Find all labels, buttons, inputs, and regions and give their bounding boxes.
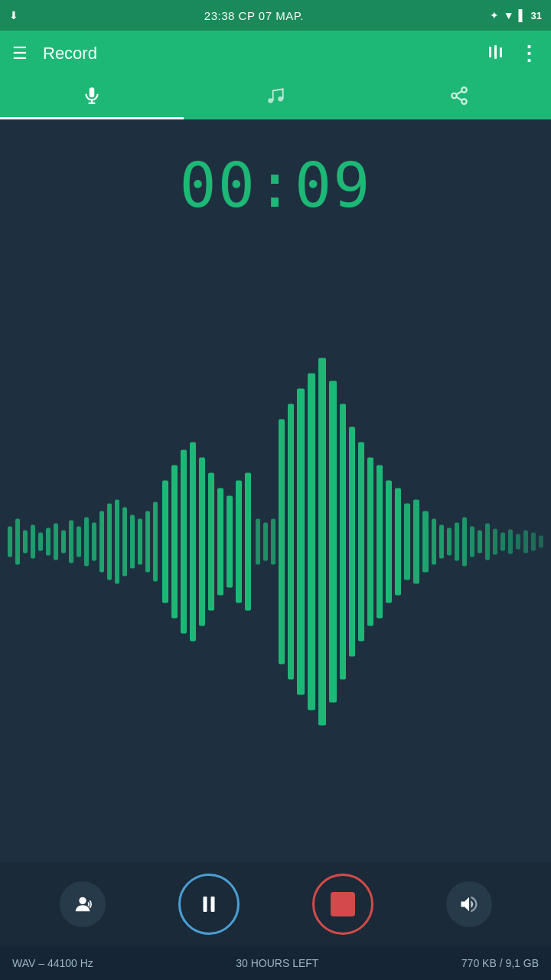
svg-rect-45 [217, 488, 223, 596]
svg-rect-27 [69, 521, 73, 564]
svg-rect-32 [107, 504, 112, 580]
svg-rect-65 [404, 504, 410, 580]
svg-rect-68 [432, 519, 436, 565]
svg-rect-20 [15, 519, 20, 565]
svg-rect-41 [181, 450, 187, 634]
svg-rect-29 [84, 518, 89, 567]
svg-rect-25 [54, 524, 58, 560]
svg-rect-19 [8, 527, 12, 557]
svg-rect-58 [340, 404, 346, 680]
svg-rect-67 [422, 511, 429, 573]
status-bar: ⬇ 23:38 CP 07 MAP. ✦ ▼ ▌ 31 [0, 0, 551, 31]
svg-rect-0 [489, 47, 491, 57]
main-content: 00:09 [0, 119, 551, 862]
app-bar: ☰ Record ⋮ [0, 31, 551, 77]
status-right: ✦ ▼ ▌ 31 [490, 9, 542, 21]
svg-rect-22 [31, 525, 35, 559]
svg-rect-30 [92, 523, 96, 561]
pause-button[interactable] [178, 874, 240, 935]
svg-rect-85 [210, 897, 214, 912]
svg-rect-78 [508, 530, 513, 554]
stop-icon [331, 892, 355, 916]
svg-rect-57 [329, 381, 337, 703]
tab-share[interactable] [367, 77, 551, 119]
svg-rect-42 [190, 443, 196, 642]
svg-line-17 [456, 97, 461, 100]
more-options-button[interactable]: ⋮ [519, 42, 539, 66]
svg-rect-61 [367, 458, 373, 626]
svg-rect-80 [523, 531, 528, 554]
svg-rect-39 [162, 481, 168, 603]
status-time: 23:38 CP 07 MAP. [204, 9, 304, 22]
wifi-icon: ▼ [504, 9, 514, 21]
svg-rect-55 [308, 374, 315, 710]
svg-rect-24 [46, 528, 51, 556]
svg-rect-50 [263, 523, 268, 561]
bluetooth-icon: ✦ [490, 9, 499, 21]
waveform-visualization [0, 221, 551, 862]
svg-rect-56 [318, 358, 326, 726]
svg-rect-40 [171, 466, 178, 619]
svg-rect-9 [90, 87, 95, 97]
svg-rect-31 [99, 511, 104, 573]
svg-rect-71 [455, 523, 459, 561]
svg-rect-81 [531, 533, 536, 551]
svg-rect-82 [539, 536, 543, 548]
svg-rect-76 [493, 529, 497, 555]
svg-rect-54 [297, 389, 305, 695]
stop-button[interactable] [312, 874, 373, 935]
svg-rect-47 [236, 481, 242, 603]
svg-rect-46 [227, 496, 233, 588]
footer: WAV – 44100 Hz 30 HOURS LEFT 770 KB / 9,… [0, 946, 551, 980]
svg-rect-26 [61, 531, 66, 554]
svg-rect-38 [153, 502, 158, 582]
equalizer-button[interactable] [487, 43, 505, 65]
svg-rect-66 [413, 500, 419, 584]
svg-point-16 [461, 99, 467, 104]
tab-music[interactable] [184, 77, 367, 119]
app-title: Record [43, 44, 487, 64]
svg-point-12 [268, 98, 273, 103]
download-icon: ⬇ [9, 9, 18, 21]
svg-rect-62 [377, 466, 383, 619]
svg-rect-64 [395, 488, 401, 596]
svg-rect-28 [77, 527, 81, 557]
svg-point-83 [79, 897, 86, 904]
svg-rect-73 [470, 527, 474, 557]
signal-icon: ▌ [519, 9, 527, 21]
svg-rect-52 [279, 420, 285, 665]
voice-profile-button[interactable] [60, 881, 106, 927]
audio-format: WAV – 44100 Hz [12, 957, 93, 969]
svg-point-15 [452, 93, 457, 99]
svg-rect-70 [447, 528, 452, 556]
tab-bar [0, 77, 551, 119]
svg-rect-53 [288, 404, 294, 680]
status-left: ⬇ [9, 9, 18, 21]
svg-rect-48 [245, 473, 251, 611]
svg-point-14 [461, 87, 467, 93]
svg-rect-63 [386, 481, 392, 603]
svg-rect-49 [256, 519, 260, 565]
svg-rect-72 [462, 518, 467, 567]
svg-rect-34 [122, 508, 127, 577]
svg-point-13 [278, 96, 283, 101]
volume-button[interactable] [446, 881, 492, 927]
svg-rect-74 [478, 531, 482, 554]
svg-rect-23 [38, 533, 43, 551]
storage-info: 770 KB / 9,1 GB [461, 957, 539, 969]
svg-rect-37 [145, 511, 150, 573]
tab-record[interactable] [0, 77, 184, 119]
svg-line-18 [456, 91, 461, 94]
svg-rect-69 [439, 525, 444, 559]
svg-rect-60 [358, 443, 364, 642]
controls [0, 862, 551, 946]
svg-rect-84 [203, 897, 207, 912]
svg-rect-51 [271, 519, 276, 565]
battery-level: 31 [531, 10, 542, 21]
share-icon [449, 86, 469, 110]
svg-rect-79 [516, 534, 520, 550]
svg-rect-44 [208, 473, 214, 611]
svg-rect-43 [199, 458, 205, 626]
microphone-icon [82, 86, 102, 110]
menu-button[interactable]: ☰ [12, 44, 28, 64]
